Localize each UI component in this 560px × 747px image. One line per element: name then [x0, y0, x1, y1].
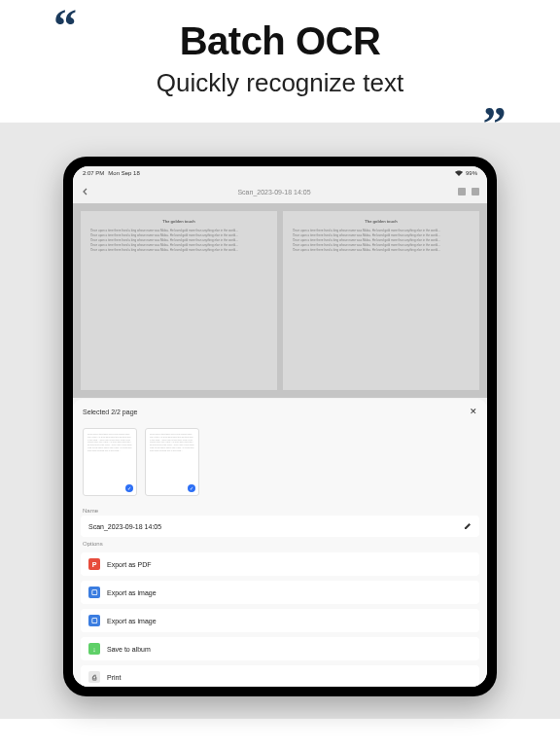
tablet-screen: 2:07 PM Mon Sep 18 99% Scan_2023-09-18 1… — [73, 166, 487, 687]
device-showcase: 2:07 PM Mon Sep 18 99% Scan_2023-09-18 1… — [0, 123, 560, 719]
option-label: Save to album — [107, 646, 151, 653]
print-option[interactable]: ⎙ Print — [81, 665, 479, 687]
image-icon: ▢ — [88, 587, 100, 598]
option-label: Export as image — [107, 589, 157, 596]
selected-count-label: Selected 2/2 page — [83, 409, 137, 415]
grid-icon[interactable] — [458, 188, 466, 196]
thumbnail-1[interactable]: Once upon a time there lived a king whos… — [83, 428, 137, 496]
thumbnail-2[interactable]: Once upon a time there lived a king whos… — [145, 428, 199, 496]
scan-name-value: Scan_2023-09-18 14:05 — [88, 523, 161, 530]
export-sheet: Selected 2/2 page ✕ Once upon a time the… — [73, 399, 487, 687]
name-input-row[interactable]: Scan_2023-09-18 14:05 — [81, 516, 479, 537]
doc-page-right: The golden touch Once upon a time there … — [283, 211, 479, 390]
battery-percent: 99% — [466, 170, 477, 176]
more-icon[interactable] — [472, 188, 479, 196]
app-header-title: Scan_2023-09-18 14:05 — [90, 189, 458, 196]
status-bar: 2:07 PM Mon Sep 18 99% — [73, 166, 487, 180]
option-label: Print — [107, 674, 121, 681]
quote-open-icon: “ — [53, 15, 77, 38]
image-icon: ▢ — [88, 615, 100, 626]
document-preview: The golden touch Once upon a time there … — [73, 203, 487, 398]
thumbnail-row: Once upon a time there lived a king whos… — [73, 424, 487, 504]
option-label: Export as PDF — [107, 561, 152, 568]
quote-close-icon: „ — [483, 88, 507, 111]
name-section-label: Name — [73, 504, 487, 516]
close-icon[interactable]: ✕ — [470, 407, 477, 416]
wifi-icon — [455, 170, 463, 177]
edit-icon[interactable] — [464, 522, 472, 530]
status-time: 2:07 PM — [83, 170, 104, 176]
app-header: Scan_2023-09-18 14:05 — [73, 180, 487, 203]
sheet-header: Selected 2/2 page ✕ — [73, 399, 487, 424]
status-date: Mon Sep 18 — [108, 170, 139, 176]
promo-header: “ Batch OCR Quickly recognize text „ — [0, 0, 560, 123]
promo-subtitle: Quickly recognize text — [49, 68, 511, 98]
options-list: P Export as PDF ▢ Export as image ▢ Expo… — [81, 552, 479, 687]
print-icon: ⎙ — [88, 671, 100, 683]
back-arrow-icon[interactable] — [81, 187, 90, 196]
options-section-label: Options — [73, 537, 487, 549]
export-image-option[interactable]: ▢ Export as image — [81, 581, 479, 604]
pdf-icon: P — [88, 558, 100, 570]
option-label: Export as image — [107, 618, 157, 624]
export-pdf-option[interactable]: P Export as PDF — [81, 552, 479, 576]
check-icon: ✓ — [125, 484, 133, 492]
export-image-option-2[interactable]: ▢ Export as image — [81, 609, 479, 632]
save-album-option[interactable]: ↓ Save to album — [81, 637, 479, 660]
album-icon: ↓ — [88, 643, 100, 655]
tablet-frame: 2:07 PM Mon Sep 18 99% Scan_2023-09-18 1… — [63, 157, 497, 696]
doc-page-left: The golden touch Once upon a time there … — [81, 211, 277, 390]
check-icon: ✓ — [188, 484, 195, 492]
promo-title: Batch OCR — [49, 19, 511, 63]
